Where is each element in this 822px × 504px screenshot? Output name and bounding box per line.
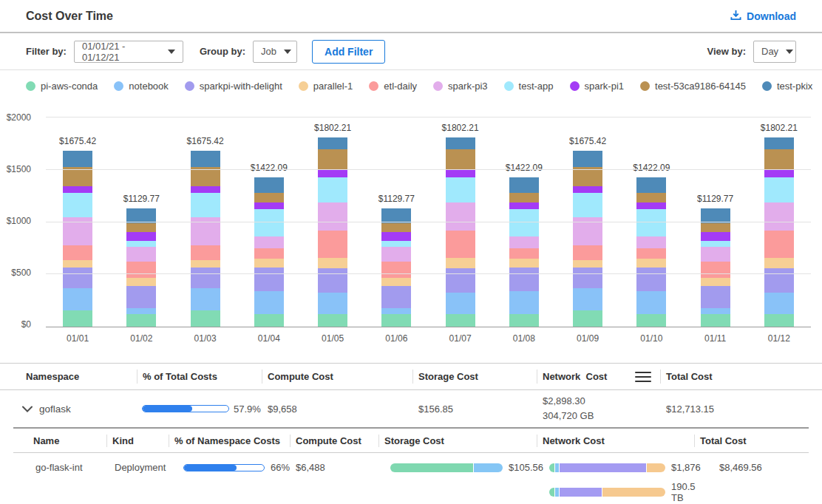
bar-segment-test-53ca9186-64145[interactable]: [509, 193, 539, 202]
namespace-row-goflask[interactable]: goflask 57.9% $9,658 $156.85 $2,898.30 3…: [0, 390, 822, 427]
bar-segment-test-app[interactable]: [63, 193, 92, 217]
bar-segment-spark-pi3[interactable]: [254, 236, 284, 248]
bar-segment-pi-aws-conda[interactable]: [701, 314, 730, 327]
bar-segment-etl-daily[interactable]: [446, 231, 475, 258]
bar-segment-etl-daily[interactable]: [573, 245, 602, 260]
bar-segment-notebook[interactable]: [764, 293, 794, 315]
bar-segment-notebook[interactable]: [318, 293, 347, 315]
bar-segment-pi-aws-conda[interactable]: [573, 310, 602, 327]
bar-segment-sparkpi-with-delight[interactable]: [764, 268, 794, 293]
bar-segment-pi-aws-conda[interactable]: [318, 314, 347, 327]
bar-segment-sparkpi-with-delight[interactable]: [318, 268, 347, 293]
bar-segment-test-53ca9186-64145[interactable]: [636, 193, 666, 202]
bar-segment-notebook[interactable]: [446, 293, 475, 315]
stacked-bar[interactable]: [701, 208, 730, 327]
bar-segment-spark-pi1[interactable]: [509, 202, 539, 210]
bar-segment-etl-daily[interactable]: [636, 248, 666, 259]
column-settings-icon[interactable]: [635, 372, 651, 382]
bar-segment-pi-aws-conda[interactable]: [764, 314, 794, 327]
bar-segment-notebook[interactable]: [63, 288, 92, 310]
bar-segment-parallel-1[interactable]: [636, 259, 666, 268]
stacked-bar[interactable]: [764, 137, 794, 327]
bar-segment-test-pkix[interactable]: [191, 151, 220, 167]
bar-segment-parallel-1[interactable]: [509, 259, 539, 268]
bar-segment-spark-pi1[interactable]: [764, 170, 794, 177]
bar-segment-pi-aws-conda[interactable]: [126, 314, 156, 327]
bar-segment-spark-pi3[interactable]: [764, 202, 794, 231]
add-filter-button[interactable]: Add Filter: [312, 40, 385, 64]
bar-segment-sparkpi-with-delight[interactable]: [573, 268, 602, 288]
bar-segment-test-app[interactable]: [636, 209, 666, 236]
bar-segment-sparkpi-with-delight[interactable]: [446, 268, 475, 293]
bar-segment-sparkpi-with-delight[interactable]: [381, 286, 411, 308]
bar-segment-notebook[interactable]: [573, 288, 602, 310]
bar-segment-etl-daily[interactable]: [126, 262, 156, 278]
legend-item-pi-aws-conda[interactable]: pi-aws-conda: [26, 81, 98, 92]
bar-segment-spark-pi3[interactable]: [446, 202, 475, 231]
view-by-select[interactable]: Day: [753, 41, 796, 63]
bar-segment-test-pkix[interactable]: [509, 177, 539, 193]
bar-segment-test-app[interactable]: [509, 209, 539, 236]
bar-segment-spark-pi1[interactable]: [636, 202, 666, 210]
bar-segment-test-pkix[interactable]: [318, 137, 347, 149]
bar-segment-test-app[interactable]: [318, 177, 347, 202]
bar-segment-test-app[interactable]: [764, 177, 794, 202]
bar-segment-notebook[interactable]: [509, 291, 539, 314]
bar-segment-spark-pi1[interactable]: [381, 232, 411, 241]
bar-segment-test-53ca9186-64145[interactable]: [381, 223, 411, 233]
bar-segment-test-app[interactable]: [254, 209, 284, 236]
stacked-bar[interactable]: [509, 177, 539, 327]
bar-segment-notebook[interactable]: [254, 291, 284, 314]
stacked-bar[interactable]: [191, 151, 220, 327]
stacked-bar[interactable]: [381, 208, 411, 327]
bar-segment-test-pkix[interactable]: [446, 137, 475, 149]
bar-segment-test-pkix[interactable]: [63, 151, 92, 167]
bar-segment-test-app[interactable]: [126, 241, 156, 247]
bar-segment-spark-pi3[interactable]: [381, 247, 411, 262]
bar-segment-pi-aws-conda[interactable]: [191, 310, 220, 327]
bar-segment-sparkpi-with-delight[interactable]: [126, 286, 156, 308]
stacked-bar[interactable]: [254, 177, 284, 327]
bar-segment-parallel-1[interactable]: [764, 258, 794, 268]
bar-segment-notebook[interactable]: [636, 291, 666, 314]
bar-segment-test-app[interactable]: [573, 193, 602, 217]
bar-segment-test-app[interactable]: [381, 241, 411, 247]
legend-item-spark-pi1[interactable]: spark-pi1: [570, 81, 624, 92]
stacked-bar[interactable]: [318, 137, 347, 327]
bar-segment-spark-pi1[interactable]: [254, 202, 284, 210]
bar-segment-etl-daily[interactable]: [764, 231, 794, 258]
bar-segment-parallel-1[interactable]: [446, 258, 475, 268]
bar-segment-test-app[interactable]: [701, 241, 730, 247]
bar-segment-etl-daily[interactable]: [191, 245, 220, 260]
group-by-select[interactable]: Job: [253, 41, 297, 63]
bar-segment-pi-aws-conda[interactable]: [254, 314, 284, 327]
bar-segment-test-53ca9186-64145[interactable]: [126, 223, 156, 233]
bar-segment-spark-pi1[interactable]: [701, 232, 730, 241]
bar-segment-sparkpi-with-delight[interactable]: [254, 268, 284, 290]
bar-segment-notebook[interactable]: [381, 308, 411, 314]
legend-item-notebook[interactable]: notebook: [114, 81, 169, 92]
bar-segment-pi-aws-conda[interactable]: [381, 314, 411, 327]
legend-item-etl-daily[interactable]: etl-daily: [369, 81, 417, 92]
bar-segment-sparkpi-with-delight[interactable]: [701, 286, 730, 308]
stacked-bar[interactable]: [636, 177, 666, 327]
bar-segment-etl-daily[interactable]: [63, 245, 92, 260]
bar-segment-test-53ca9186-64145[interactable]: [254, 193, 284, 202]
bar-segment-parallel-1[interactable]: [318, 258, 347, 268]
bar-segment-test-pkix[interactable]: [636, 177, 666, 193]
bar-segment-pi-aws-conda[interactable]: [446, 314, 475, 327]
workload-row-go-flask-int[interactable]: go-flask-int Deployment 66% $6,488 $105.…: [13, 453, 809, 503]
bar-segment-etl-daily[interactable]: [509, 248, 539, 259]
bar-segment-sparkpi-with-delight[interactable]: [509, 268, 539, 290]
bar-segment-parallel-1[interactable]: [126, 278, 156, 286]
bar-segment-sparkpi-with-delight[interactable]: [63, 268, 92, 288]
bar-segment-test-pkix[interactable]: [764, 137, 794, 149]
bar-segment-parallel-1[interactable]: [381, 278, 411, 286]
bar-segment-etl-daily[interactable]: [381, 262, 411, 278]
bar-segment-spark-pi3[interactable]: [636, 236, 666, 248]
bar-segment-spark-pi1[interactable]: [126, 232, 156, 241]
bar-segment-spark-pi1[interactable]: [191, 186, 220, 194]
bar-segment-parallel-1[interactable]: [573, 260, 602, 268]
bar-segment-parallel-1[interactable]: [701, 278, 730, 286]
bar-segment-test-app[interactable]: [191, 193, 220, 217]
